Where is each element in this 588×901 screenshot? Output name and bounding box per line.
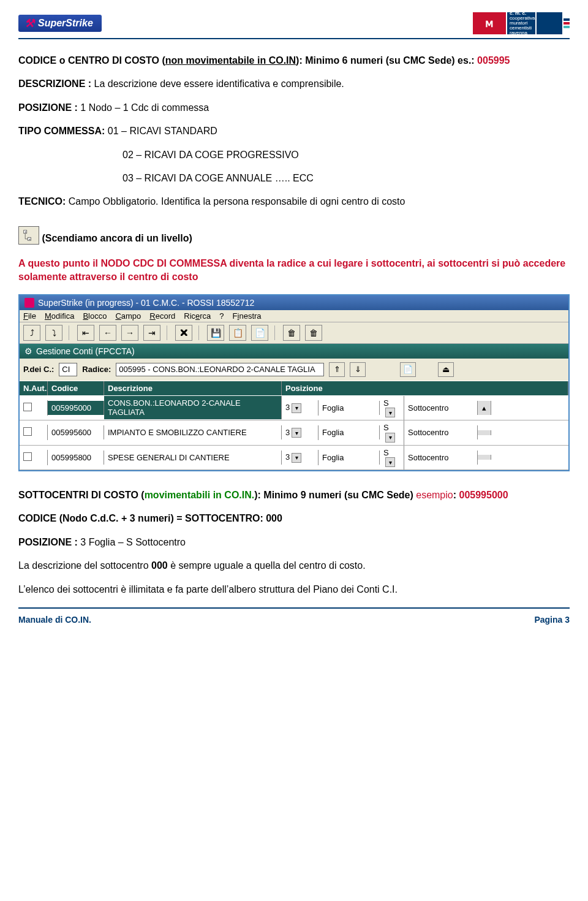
- column-headers: N.Aut. Codice Descrizione Posizione: [20, 381, 568, 396]
- chevron-down-icon[interactable]: ▾: [292, 403, 301, 413]
- pdc-input[interactable]: [59, 363, 77, 376]
- toolbar: ⤴ ⤵ ⇤ ← → ⇥ 🗙 💾 📋 📄 🗑 🗑: [20, 322, 568, 344]
- col-naut: N.Aut.: [20, 381, 48, 395]
- doc-icon[interactable]: 📄: [400, 362, 416, 377]
- tipo-commessa-line: TIPO COMMESSA: 01 – RICAVI STANDARD: [18, 124, 570, 138]
- codice-centro-costo: CODICE o CENTRO DI COSTO (non movimentab…: [18, 54, 570, 67]
- tool-prev-icon[interactable]: ←: [99, 325, 116, 341]
- radice-label: Radice:: [82, 365, 111, 374]
- ghead-icon: ⚙: [24, 346, 32, 356]
- chevron-down-icon[interactable]: ▾: [292, 428, 301, 438]
- pdc-label: P.dei C.:: [23, 365, 54, 374]
- tecnico-line: TECNICO: Campo Obbligatorio. Identifica …: [18, 195, 570, 208]
- hammer-icon: ⚒: [24, 17, 34, 30]
- cell-desc: CONS.BON.:LEONARDO 2-CANALE TAGLIATA: [104, 396, 282, 419]
- page-footer: Manuale di CO.IN. Pagina 3: [18, 615, 570, 625]
- tool-clear-icon[interactable]: 🗙: [175, 325, 192, 341]
- app-window: SuperStrike (in progress) - 01 C.M.C. - …: [18, 294, 570, 472]
- table-row[interactable]: 005995600 IMPIANTO E SMOBILIZZO CANTIERE…: [20, 420, 568, 446]
- gestione-conti-header: ⚙ Gestione Conti (FPCCTA): [20, 344, 568, 359]
- col-pos: Posizione: [282, 381, 568, 395]
- tree-expand-icon[interactable]: ++: [18, 226, 39, 245]
- menu-blocco[interactable]: Blocco: [83, 311, 107, 321]
- col-desc: Descrizione: [104, 381, 282, 395]
- cmc-block: [537, 12, 562, 34]
- cell-codice: 005995000: [48, 401, 104, 415]
- tool-last-icon[interactable]: ⇥: [143, 325, 160, 341]
- cell-desc: IMPIANTO E SMOBILIZZO CANTIERE: [104, 425, 282, 439]
- checkbox[interactable]: [23, 452, 32, 461]
- elenco-sottocentri-line: L’elenco dei sottocentri è illimitata e …: [18, 583, 570, 596]
- page-header: ⚒ SuperStrike ᴍ c. m. c. cooperativa mur…: [18, 12, 570, 34]
- title-text: SuperStrike (in progress) - 01 C.M.C. - …: [38, 298, 254, 308]
- chevron-down-icon[interactable]: ▾: [385, 433, 395, 443]
- tool-delete2-icon[interactable]: 🗑: [305, 325, 322, 341]
- tree-down-icon[interactable]: ⇓: [350, 362, 366, 377]
- menu-file[interactable]: File: [23, 311, 36, 321]
- tool-next-icon[interactable]: →: [121, 325, 138, 341]
- tipo-commessa-3: 03 – RICAVI DA COGE ANNUALE ….. ECC: [123, 172, 570, 185]
- cmc-mark: ᴍ: [473, 12, 506, 34]
- codice-sottocentro-line: CODICE (Nodo C.d.C. + 3 numeri) = SOTTOC…: [18, 512, 570, 525]
- scroll-up-icon[interactable]: ▴: [478, 401, 491, 415]
- tool-delete-icon[interactable]: 🗑: [283, 325, 300, 341]
- menu-ricerca[interactable]: Ricerca: [184, 311, 211, 321]
- tree-up-icon[interactable]: ⇑: [329, 362, 345, 377]
- exit-icon[interactable]: ⏏: [438, 362, 454, 377]
- superstrike-logo: ⚒ SuperStrike: [18, 15, 102, 32]
- svg-text:+: +: [29, 237, 31, 240]
- cmc-bars-icon: [564, 12, 570, 34]
- tool-out-icon[interactable]: ⤵: [45, 325, 62, 341]
- cell-codice: 005995600: [48, 425, 104, 439]
- checkbox[interactable]: [23, 403, 32, 411]
- table-row[interactable]: 005995800 SPESE GENERALI DI CANTIERE 3▾ …: [20, 446, 568, 471]
- cell-desc: SPESE GENERALI DI CANTIERE: [104, 450, 282, 465]
- titlebar: SuperStrike (in progress) - 01 C.M.C. - …: [20, 295, 568, 310]
- radice-input[interactable]: [116, 363, 324, 376]
- menu-campo[interactable]: Campo: [115, 311, 141, 321]
- tool-in-icon[interactable]: ⤴: [23, 325, 40, 341]
- desc-sottocentro-line: La descrizione del sottocentro 000 è sem…: [18, 559, 570, 572]
- cmc-logo: ᴍ c. m. c. cooperativa muratori cementis…: [473, 12, 570, 34]
- svg-text:+: +: [24, 230, 26, 234]
- tool-save-icon[interactable]: 💾: [207, 325, 224, 341]
- checkbox[interactable]: [23, 427, 32, 436]
- scendiamo-livello: ++ (Scendiamo ancora di un livello): [18, 226, 570, 247]
- posizione-2-line: POSIZIONE : 3 Foglia – S Sottocentro: [18, 536, 570, 549]
- menu-finestra[interactable]: Finestra: [233, 311, 262, 321]
- footer-rule: [18, 607, 570, 609]
- chevron-down-icon[interactable]: ▾: [385, 408, 395, 417]
- chevron-down-icon[interactable]: ▾: [385, 457, 395, 467]
- posizione-line: POSIZIONE : 1 Nodo – 1 Cdc di commessa: [18, 101, 570, 115]
- filter-row: P.dei C.: Radice: ⇑ ⇓ 📄 ⏏: [20, 359, 568, 381]
- top-rule: [18, 38, 570, 39]
- table-row[interactable]: 005995000 CONS.BON.:LEONARDO 2-CANALE TA…: [20, 396, 568, 421]
- tool-copy2-icon[interactable]: 📄: [251, 325, 268, 341]
- menu-help[interactable]: ?: [219, 311, 224, 321]
- footer-right: Pagina 3: [534, 615, 570, 625]
- footer-left: Manuale di CO.IN.: [18, 615, 91, 625]
- tool-first-icon[interactable]: ⇤: [77, 325, 94, 341]
- menu-record[interactable]: Record: [149, 311, 175, 321]
- cell-codice: 005995800: [48, 450, 104, 465]
- menu-modifica[interactable]: Modifica: [45, 311, 74, 321]
- logo-text: SuperStrike: [38, 18, 93, 29]
- cmc-label: c. m. c. cooperativa muratori cementisti…: [507, 12, 535, 34]
- tool-copy-icon[interactable]: 📋: [229, 325, 246, 341]
- tipo-commessa-2: 02 – RICAVI DA COGE PROGRESSIVO: [123, 148, 570, 162]
- col-codice: Codice: [48, 381, 104, 395]
- menubar: File Modifica Blocco Campo Record Ricerc…: [20, 310, 568, 322]
- app-icon: [24, 298, 34, 308]
- chevron-down-icon[interactable]: ▾: [292, 453, 301, 463]
- sottocentri-line: SOTTOCENTRI DI COSTO (movimentabili in C…: [18, 489, 570, 502]
- nodo-cdc-paragraph: A questo punto il NODO CDC DI COMMESSA d…: [18, 257, 570, 284]
- descrizione-line: DESCRIZIONE : La descrizione deve essere…: [18, 77, 570, 91]
